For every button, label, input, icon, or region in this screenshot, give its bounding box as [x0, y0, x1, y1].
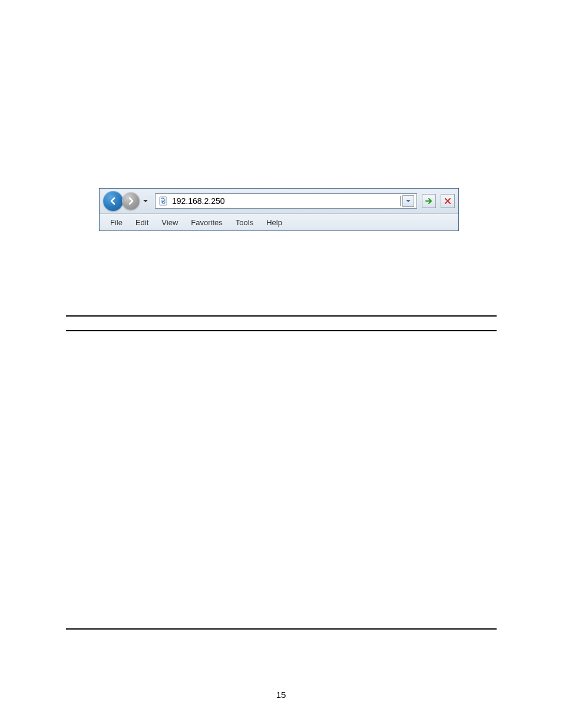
chevron-down-icon: [405, 199, 411, 203]
menu-bar: File Edit View Favorites Tools Help: [100, 214, 458, 230]
arrow-right-icon: [126, 196, 135, 206]
recent-pages-dropdown[interactable]: [141, 191, 150, 211]
nav-buttons: [103, 191, 150, 211]
menu-view[interactable]: View: [156, 216, 184, 229]
close-icon: [444, 197, 451, 205]
divider: [66, 330, 497, 331]
menu-tools[interactable]: Tools: [230, 216, 259, 229]
arrow-right-icon: [425, 197, 433, 205]
address-bar[interactable]: 192.168.2.250: [155, 193, 417, 209]
stop-button[interactable]: [441, 194, 455, 208]
go-button[interactable]: [422, 194, 436, 208]
svg-point-1: [164, 199, 166, 200]
menu-help[interactable]: Help: [260, 216, 288, 229]
divider: [66, 628, 497, 630]
browser-window: 192.168.2.250 File Edit View Favorites T…: [99, 188, 459, 231]
arrow-left-icon: [108, 196, 118, 206]
nav-toolbar: 192.168.2.250: [100, 189, 458, 214]
menu-edit[interactable]: Edit: [130, 216, 154, 229]
forward-button[interactable]: [122, 192, 140, 210]
ie-page-icon: [158, 196, 168, 206]
address-input[interactable]: 192.168.2.250: [172, 196, 401, 206]
menu-favorites[interactable]: Favorites: [185, 216, 228, 229]
menu-file[interactable]: File: [104, 216, 128, 229]
page-number: 15: [0, 690, 562, 700]
divider: [66, 315, 497, 317]
chevron-down-icon: [143, 199, 148, 203]
back-button[interactable]: [103, 191, 123, 211]
address-history-dropdown[interactable]: [402, 195, 414, 207]
